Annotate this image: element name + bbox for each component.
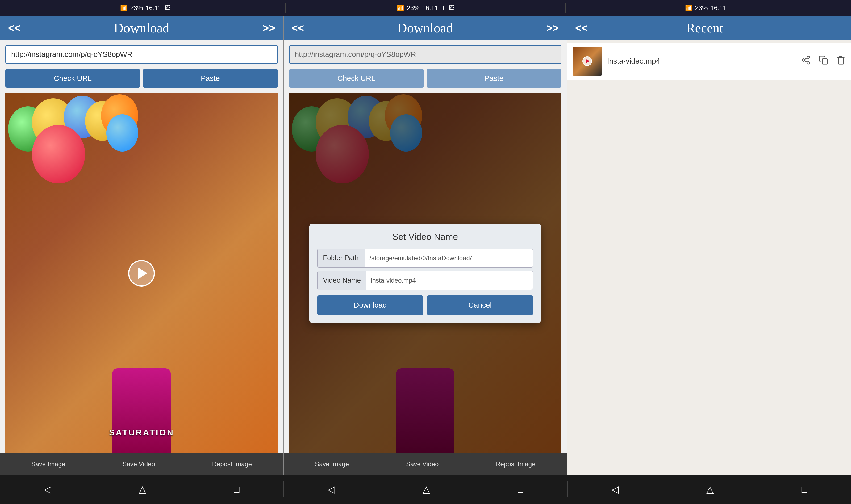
url-input-2: [289, 45, 562, 64]
balloon-blue-2: [106, 114, 138, 151]
dialog-overlay: Set Video Name Folder Path Video Name: [289, 93, 562, 453]
navigation-bar: ◁ △ □ ◁ △ □ ◁ △ □: [0, 475, 851, 504]
recent-list: Insta-video.mp4: [567, 40, 851, 475]
save-video-btn-1[interactable]: Save Video: [118, 459, 159, 469]
panel-download-1: << Download >> Check URL Paste: [0, 16, 284, 475]
photo-icon-2: 🖼: [448, 4, 454, 12]
btn-row-1: Check URL Paste: [0, 67, 283, 93]
svg-rect-5: [822, 59, 828, 64]
nav-back-btn-recent[interactable]: <<: [575, 23, 588, 33]
battery-2: 23%: [407, 4, 419, 12]
wifi-icon-2: 📶: [397, 4, 404, 12]
play-triangle-icon-1: [138, 267, 147, 279]
dialog-cancel-btn[interactable]: Cancel: [427, 295, 533, 315]
svg-point-2: [807, 62, 810, 64]
svg-point-0: [807, 56, 810, 58]
balloon-red-1: [32, 125, 85, 183]
back-btn-nav-1[interactable]: ◁: [36, 481, 59, 498]
repost-image-btn-2[interactable]: Repost Image: [492, 459, 539, 469]
nav-back-btn-1[interactable]: <<: [8, 23, 20, 33]
status-section-3: 📶 23% 16:11: [566, 4, 846, 12]
set-video-name-dialog: Set Video Name Folder Path Video Name: [309, 223, 541, 323]
video-name-value: [367, 271, 533, 290]
download-icon-status: ⬇: [441, 4, 446, 12]
panel-recent: << Recent Insta-video.mp4: [567, 16, 851, 475]
nav-section-1: ◁ △ □: [0, 481, 283, 498]
status-bar: 📶 23% 16:11 🖼 📶 23% 16:11 ⬇ 🖼 📶 23% 16:1…: [0, 0, 851, 16]
check-url-btn-1[interactable]: Check URL: [5, 69, 140, 88]
dialog-buttons: Download Cancel: [317, 295, 533, 315]
action-bar-2: Save Image Save Video Repost Image: [284, 453, 567, 475]
url-input-1[interactable]: [5, 45, 278, 64]
svg-line-4: [804, 58, 807, 59]
header-bar-1: << Download >>: [0, 16, 283, 40]
paste-btn-1[interactable]: Paste: [143, 69, 278, 88]
wifi-icon-1: 📶: [120, 4, 127, 12]
save-video-btn-2[interactable]: Save Video: [402, 459, 443, 469]
home-btn-nav-1[interactable]: △: [131, 481, 154, 498]
back-btn-nav-2[interactable]: ◁: [320, 481, 343, 498]
recents-btn-nav-2[interactable]: □: [510, 481, 531, 498]
folder-path-input[interactable]: [369, 254, 529, 262]
save-image-btn-1[interactable]: Save Image: [27, 459, 69, 469]
share-icon[interactable]: [801, 55, 811, 67]
svg-point-1: [802, 59, 805, 61]
folder-path-row: Folder Path: [317, 249, 533, 268]
saturation-text: SATURATION: [109, 428, 174, 437]
recent-item-actions: [801, 55, 846, 67]
back-btn-nav-3[interactable]: ◁: [603, 481, 627, 498]
url-area-2: [284, 40, 567, 67]
status-section-2: 📶 23% 16:11 ⬇ 🖼: [286, 4, 565, 12]
recents-btn-nav-3[interactable]: □: [794, 481, 815, 498]
recent-item: Insta-video.mp4: [567, 42, 851, 80]
header-bar-2: << Download >>: [284, 16, 567, 40]
image-area-2: Set Video Name Folder Path Video Name: [289, 93, 562, 453]
recent-filename: Insta-video.mp4: [607, 57, 796, 66]
dialog-title: Set Video Name: [317, 232, 533, 242]
person-silhouette-1: [112, 368, 171, 453]
dialog-download-btn[interactable]: Download: [317, 295, 423, 315]
panel2-title: Download: [397, 20, 453, 36]
nav-forward-btn-1[interactable]: >>: [263, 23, 275, 33]
status-section-1: 📶 23% 16:11 🖼: [5, 4, 285, 12]
recents-btn-nav-1[interactable]: □: [226, 481, 248, 498]
repost-image-btn-1[interactable]: Repost Image: [208, 459, 256, 469]
video-name-row: Video Name: [317, 271, 533, 290]
time-3: 16:11: [710, 4, 726, 12]
home-btn-nav-2[interactable]: △: [414, 481, 438, 498]
nav-section-3: ◁ △ □: [568, 481, 851, 498]
nav-section-2: ◁ △ □: [284, 481, 567, 498]
balloon-scene-1: SATURATION: [5, 93, 278, 453]
photo-icon-1: 🖼: [164, 4, 170, 12]
panel-download-2: << Download >> Check URL Paste: [284, 16, 568, 475]
nav-forward-btn-2[interactable]: >>: [546, 23, 559, 33]
main-content: << Download >> Check URL Paste: [0, 16, 851, 475]
svg-line-3: [804, 60, 807, 62]
check-url-btn-2[interactable]: Check URL: [289, 69, 424, 88]
recent-header: << Recent: [567, 16, 851, 40]
play-button-1[interactable]: [128, 260, 155, 287]
battery-1: 23%: [130, 4, 143, 12]
thumbnail-play-icon: [582, 56, 592, 66]
recent-thumbnail: [572, 47, 602, 76]
folder-path-label: Folder Path: [318, 249, 366, 267]
recent-title: Recent: [686, 20, 723, 36]
battery-3: 23%: [695, 4, 708, 12]
copy-icon[interactable]: [818, 55, 828, 67]
panel1-title: Download: [114, 20, 169, 36]
save-image-btn-2[interactable]: Save Image: [311, 459, 353, 469]
paste-btn-2[interactable]: Paste: [427, 69, 562, 88]
video-name-label: Video Name: [318, 271, 367, 290]
action-bar-1: Save Image Save Video Repost Image: [0, 453, 283, 475]
home-btn-nav-3[interactable]: △: [698, 481, 722, 498]
image-area-1: SATURATION: [5, 93, 278, 453]
wifi-icon-3: 📶: [685, 4, 692, 12]
btn-row-2: Check URL Paste: [284, 67, 567, 93]
thumbnail-play-triangle: [586, 59, 589, 63]
time-2: 16:11: [422, 4, 438, 12]
video-name-input[interactable]: [370, 277, 529, 284]
delete-icon[interactable]: [836, 55, 846, 67]
time-1: 16:11: [145, 4, 161, 12]
folder-path-value: [366, 249, 533, 267]
nav-back-btn-2[interactable]: <<: [292, 23, 304, 33]
